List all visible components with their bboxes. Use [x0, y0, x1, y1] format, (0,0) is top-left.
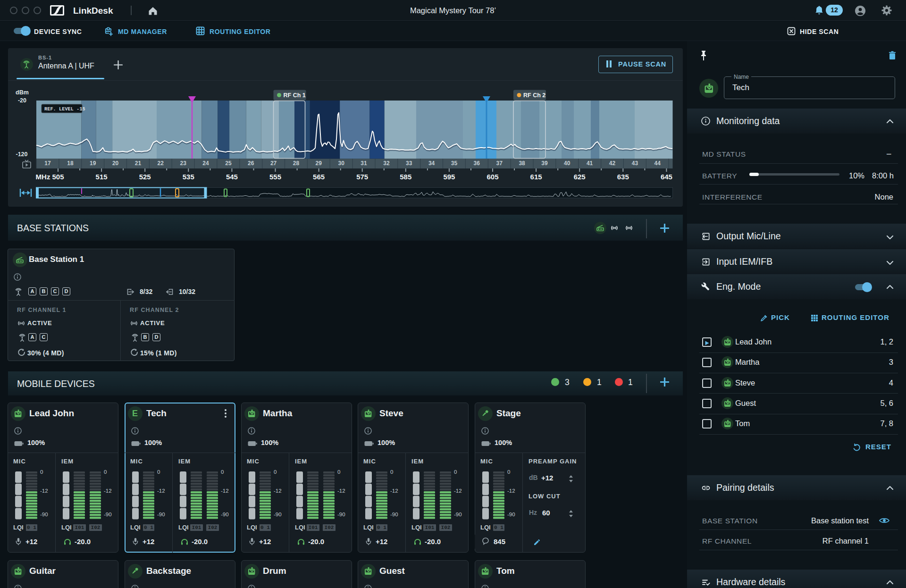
svg-text:34: 34: [428, 160, 435, 167]
svg-text:39: 39: [541, 160, 548, 167]
svg-text:31: 31: [361, 160, 367, 167]
svg-text:32: 32: [383, 160, 390, 167]
svg-text:18: 18: [67, 160, 74, 167]
svg-text:MHz: MHz: [36, 173, 50, 181]
svg-text:26: 26: [248, 160, 254, 167]
svg-text:20: 20: [112, 160, 119, 167]
svg-text:23: 23: [180, 160, 187, 167]
svg-text:21: 21: [135, 160, 142, 167]
svg-text:645: 645: [661, 173, 672, 181]
svg-text:17: 17: [44, 160, 51, 167]
svg-text:27: 27: [270, 160, 277, 167]
svg-text:575: 575: [356, 173, 368, 181]
svg-text:565: 565: [313, 173, 325, 181]
svg-text:28: 28: [293, 160, 300, 167]
svg-text:29: 29: [316, 160, 322, 167]
svg-text:585: 585: [400, 173, 411, 181]
svg-text:35: 35: [451, 160, 458, 167]
svg-text:19: 19: [90, 160, 96, 167]
svg-text:25: 25: [225, 160, 232, 167]
svg-text:RF Ch 2: RF Ch 2: [523, 92, 545, 99]
svg-text:37: 37: [496, 160, 503, 167]
svg-text:30: 30: [338, 160, 345, 167]
svg-text:635: 635: [617, 173, 629, 181]
svg-text:-20: -20: [18, 97, 26, 104]
svg-text:40: 40: [564, 160, 570, 167]
svg-text:625: 625: [574, 173, 586, 181]
svg-text:-120: -120: [16, 151, 27, 158]
svg-text:REF. LEVEL -15: REF. LEVEL -15: [44, 107, 85, 112]
svg-text:515: 515: [96, 173, 108, 181]
svg-text:36: 36: [474, 160, 480, 167]
svg-text:525: 525: [139, 173, 151, 181]
svg-text:RF Ch 1: RF Ch 1: [284, 92, 306, 99]
svg-text:43: 43: [632, 160, 638, 167]
svg-text:605: 605: [487, 173, 498, 181]
svg-text:41: 41: [587, 160, 593, 167]
svg-text:555: 555: [269, 173, 281, 181]
svg-text:dBm: dBm: [16, 89, 29, 96]
svg-text:545: 545: [226, 173, 238, 181]
svg-text:505: 505: [52, 173, 64, 181]
svg-text:615: 615: [530, 173, 542, 181]
svg-text:33: 33: [406, 160, 412, 167]
svg-text:535: 535: [183, 173, 194, 181]
svg-text:38: 38: [519, 160, 525, 167]
svg-text:22: 22: [158, 160, 164, 167]
svg-text:24: 24: [202, 160, 209, 167]
svg-text:44: 44: [654, 160, 661, 167]
svg-text:42: 42: [609, 160, 616, 167]
svg-text:595: 595: [443, 173, 455, 181]
